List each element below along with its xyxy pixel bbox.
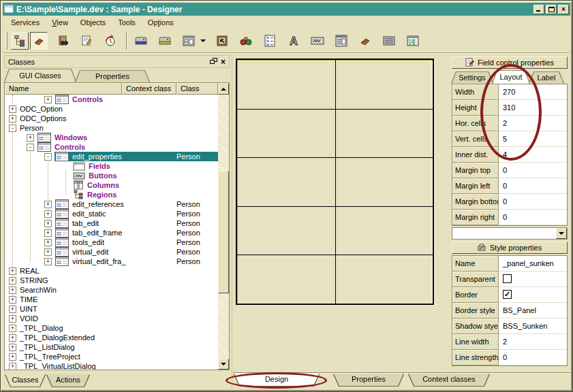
tree-row-_tpl_dialog[interactable]: +_TPL_Dialog (5, 323, 218, 333)
tree-row-tab_edit_frame[interactable]: +tab_edit_framePerson (5, 228, 218, 238)
column-header-class[interactable]: Class (176, 83, 218, 95)
property-value[interactable]: 0 (499, 350, 567, 365)
tree-row-regions[interactable]: Regions (5, 190, 218, 199)
tree-row-controls[interactable]: -Controls (5, 142, 218, 152)
checkbox-unchecked[interactable] (503, 274, 512, 283)
minimize-button[interactable] (533, 5, 544, 14)
tree-row-buttons[interactable]: Buttons (5, 171, 218, 180)
collapse-box[interactable]: - (27, 144, 34, 151)
toolbar-form-view-button[interactable] (180, 32, 198, 50)
menu-services[interactable]: Services (5, 17, 46, 28)
field-control-properties-header[interactable]: Field control properties (452, 56, 568, 69)
expand-box[interactable]: + (9, 315, 16, 323)
tree-row-tools_edit[interactable]: +tools_editPerson (5, 238, 218, 247)
property-value[interactable]: ✓ (499, 287, 567, 303)
menu-view[interactable]: View (46, 17, 74, 28)
collapse-box[interactable]: - (44, 153, 52, 161)
maximize-button[interactable] (546, 5, 557, 14)
design-canvas[interactable] (236, 59, 434, 305)
property-value[interactable]: _panel_sunken (499, 256, 567, 272)
scrollbar-thumb[interactable] (218, 171, 229, 293)
tree-row-_tpl_virtuallistdialog[interactable]: +_TPL_VirtualListDialog (5, 361, 218, 370)
tree-row-edit_static[interactable]: +edit_staticPerson (5, 209, 218, 218)
tree-row-_tpl_dialogextended[interactable]: +_TPL_DialogExtended (5, 333, 218, 342)
tree-row-virtual_edit[interactable]: +virtual_editPerson (5, 247, 218, 257)
style-properties-header[interactable]: Style properties (452, 242, 568, 254)
toolbar-grip[interactable] (5, 32, 7, 50)
tree-row-_tpl_listdialog[interactable]: +_TPL_ListDialog (5, 342, 218, 352)
expand-box[interactable]: + (44, 229, 52, 237)
expand-box[interactable]: + (9, 363, 16, 370)
property-value[interactable]: 4 (499, 147, 567, 163)
collapse-box[interactable]: - (9, 125, 16, 132)
expand-box[interactable]: + (9, 287, 16, 294)
title-bar[interactable]: E:\Sample\Sample.dev : Sample - Designer… (3, 3, 570, 16)
expand-box[interactable]: + (44, 220, 52, 227)
tree-row-tab_edit[interactable]: +tab_editPerson (5, 218, 218, 228)
tree-row-searchwin[interactable]: +SearchWin (5, 285, 218, 295)
expand-box[interactable]: + (9, 334, 16, 342)
menu-tools[interactable]: Tools (112, 17, 142, 28)
tab-properties[interactable]: Properties (334, 374, 403, 386)
scroll-up-button[interactable] (218, 83, 229, 95)
property-value[interactable]: 310 (499, 100, 567, 116)
property-value[interactable]: 2 (499, 334, 567, 350)
property-value[interactable]: 2 (499, 116, 567, 131)
toolbar-field-list-button[interactable] (261, 32, 279, 50)
toolbar-class-tree-button[interactable] (11, 32, 29, 50)
toolbar-code-window-button[interactable] (404, 32, 422, 50)
column-header-context-class[interactable]: Context class (122, 83, 176, 95)
property-value[interactable]: 270 (499, 84, 567, 100)
toolbar-open-database-button[interactable] (156, 32, 174, 50)
expand-box[interactable]: + (9, 105, 16, 113)
menu-objects[interactable]: Objects (74, 17, 112, 28)
tree-scrollbar[interactable] (218, 95, 229, 370)
tree-row-odc_option[interactable]: +ODC_Option (5, 104, 218, 114)
expand-box[interactable]: + (44, 239, 52, 246)
expand-box[interactable]: + (44, 201, 52, 208)
tab-gui-classes[interactable]: GUI Classes (5, 69, 76, 82)
style-combo-value[interactable] (452, 228, 556, 239)
toolbar-font-button[interactable]: A (285, 32, 303, 50)
expand-box[interactable]: + (9, 306, 16, 313)
expand-box[interactable]: + (9, 296, 16, 304)
tree-row-time[interactable]: +TIME (5, 295, 218, 304)
tab-properties[interactable]: Properties (76, 71, 149, 82)
style-combobox[interactable] (452, 227, 568, 240)
toolbar-history-button[interactable] (102, 32, 119, 50)
tree-row-odc_options[interactable]: +ODC_Options (5, 114, 218, 123)
tree-row-edit_properties[interactable]: -edit_propertiesPerson (5, 152, 218, 161)
expand-box[interactable]: + (44, 96, 52, 103)
expand-box[interactable]: + (9, 344, 16, 351)
close-panel-icon[interactable]: × (221, 59, 226, 65)
expand-box[interactable]: + (9, 267, 16, 275)
property-value[interactable]: 5 (499, 131, 567, 147)
property-value[interactable]: BSS_Sunken (499, 318, 567, 334)
property-value[interactable]: BS_Panel (499, 303, 567, 318)
tree-row-controls[interactable]: +Controls (5, 95, 218, 104)
tab-settings[interactable]: Settings (452, 72, 493, 84)
toolbar-browse-library-button[interactable] (54, 32, 72, 50)
tree-row-_tpl_treeproject[interactable]: +_TPL_TreeProject (5, 352, 218, 361)
close-button[interactable]: × (558, 5, 569, 14)
expand-box[interactable]: + (44, 210, 52, 218)
tab-label[interactable]: Label (529, 72, 563, 84)
expand-box[interactable]: + (9, 115, 16, 122)
tree-row-void[interactable]: +VOID (5, 314, 218, 323)
classes-panel-titlebar[interactable]: Classes × (4, 55, 230, 68)
toolbar-list-control-button[interactable] (380, 32, 398, 50)
property-value[interactable]: 0 (499, 163, 567, 178)
combo-dropdown-button[interactable] (556, 228, 567, 239)
expand-box[interactable]: + (27, 134, 34, 142)
property-value[interactable]: 0 (499, 194, 567, 210)
toolbar-save-database-button[interactable] (132, 32, 150, 50)
toolbar-eraser-tool-button[interactable] (30, 32, 48, 50)
toolbar-edit-document-button[interactable] (78, 32, 95, 50)
tree-row-windows[interactable]: +Windows (5, 133, 218, 142)
expand-box[interactable]: + (9, 277, 16, 284)
expand-box[interactable]: + (44, 248, 52, 256)
float-panel-icon[interactable] (210, 58, 217, 66)
toolbar-form-view-dropdown[interactable] (199, 32, 207, 50)
toolbar-search-button[interactable] (237, 32, 255, 50)
expand-box[interactable]: + (9, 325, 16, 332)
